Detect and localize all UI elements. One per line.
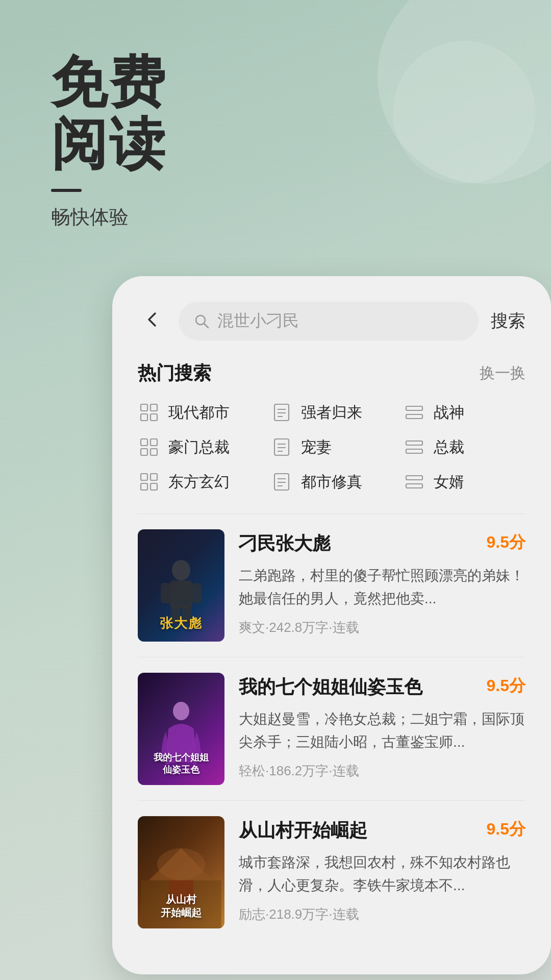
svg-rect-2 bbox=[141, 404, 147, 411]
tag-item-zhanshen[interactable]: 战神 bbox=[403, 401, 525, 424]
book-icon-2 bbox=[270, 436, 293, 458]
svg-rect-10 bbox=[406, 406, 422, 410]
tag-item-haomen[interactable]: 豪门总裁 bbox=[138, 436, 260, 458]
svg-rect-35 bbox=[192, 583, 202, 603]
book-info-3: 从山村开始崛起 9.5分 城市套路深，我想回农村，殊不知农村路也滑，人心更复杂。… bbox=[239, 816, 525, 923]
search-icon bbox=[193, 312, 210, 330]
svg-rect-24 bbox=[141, 483, 147, 490]
book-desc-2: 大姐赵曼雪，冷艳女总裁；二姐宁霜，国际顶尖杀手；三姐陆小昭，古董鉴宝师... bbox=[239, 708, 525, 754]
hero-section: 免费 阅读 畅快体验 bbox=[0, 0, 551, 261]
svg-rect-3 bbox=[151, 404, 157, 411]
book-title-1: 刁民张大彪 bbox=[239, 531, 331, 556]
book-title-row-3: 从山村开始崛起 9.5分 bbox=[239, 818, 525, 843]
tag-item-dongfang[interactable]: 东方玄幻 bbox=[138, 471, 260, 493]
book-cover-text-3: 从山村开始崛起 bbox=[138, 889, 224, 923]
svg-rect-12 bbox=[141, 439, 147, 446]
list-icon-3 bbox=[403, 471, 425, 493]
search-input-wrap[interactable]: 混世小刁民 bbox=[179, 302, 479, 340]
tag-label: 强者归来 bbox=[301, 402, 362, 423]
tag-item-qiangzhe[interactable]: 强者归来 bbox=[270, 401, 393, 424]
tag-label: 东方玄幻 bbox=[168, 472, 230, 493]
svg-rect-34 bbox=[161, 583, 170, 603]
book-meta-1: 爽文·242.8万字·连载 bbox=[239, 619, 525, 636]
book-cover-text-1: 张大彪 bbox=[138, 610, 224, 636]
svg-rect-33 bbox=[170, 580, 192, 608]
svg-point-42 bbox=[157, 848, 205, 880]
search-bar-row: 混世小刁民 搜索 bbox=[138, 302, 525, 340]
back-button[interactable] bbox=[138, 309, 166, 333]
hot-search-title: 热门搜索 bbox=[138, 361, 211, 386]
phone-card: 混世小刁民 搜索 热门搜索 换一换 现代都市 bbox=[112, 276, 551, 974]
phone-card-container: 混世小刁民 搜索 热门搜索 换一换 现代都市 bbox=[112, 276, 551, 974]
book-item-2[interactable]: 我的七个姐姐仙姿玉色 我的七个姐姐仙姿玉色 9.5分 大姐赵曼雪，冷艳女总裁；二… bbox=[138, 657, 525, 800]
svg-rect-30 bbox=[406, 476, 422, 480]
tag-label: 都市修真 bbox=[301, 472, 362, 493]
book-desc-3: 城市套路深，我想回农村，殊不知农村路也滑，人心更复杂。李铁牛家境本不... bbox=[239, 851, 525, 897]
book-desc-1: 二弟跑路，村里的傻子帮忙照顾漂亮的弟妹！她最信任的男人，竟然把他卖... bbox=[239, 565, 525, 610]
svg-rect-31 bbox=[406, 484, 422, 488]
svg-point-32 bbox=[172, 560, 190, 580]
search-placeholder-text: 混世小刁民 bbox=[217, 310, 299, 332]
list-icon-1 bbox=[403, 401, 425, 424]
svg-rect-11 bbox=[406, 414, 422, 419]
svg-line-1 bbox=[204, 324, 208, 328]
tag-label: 现代都市 bbox=[168, 402, 230, 423]
book-title-row-1: 刁民张大彪 9.5分 bbox=[239, 531, 525, 556]
book-cover-3: 从山村开始崛起 bbox=[138, 816, 224, 928]
tag-item-zongcai[interactable]: 总裁 bbox=[403, 436, 525, 458]
refresh-tags-button[interactable]: 换一换 bbox=[480, 363, 525, 384]
book-score-1: 9.5分 bbox=[487, 531, 525, 554]
book-title-row-2: 我的七个姐姐仙姿玉色 9.5分 bbox=[239, 675, 525, 700]
svg-rect-20 bbox=[406, 441, 422, 445]
tag-item-xiandaidu[interactable]: 现代都市 bbox=[138, 401, 260, 424]
hot-search-header: 热门搜索 换一换 bbox=[138, 361, 525, 386]
book-meta-3: 励志·218.9万字·连载 bbox=[239, 905, 525, 923]
book-info-2: 我的七个姐姐仙姿玉色 9.5分 大姐赵曼雪，冷艳女总裁；二姐宁霜，国际顶尖杀手；… bbox=[239, 673, 525, 780]
svg-rect-25 bbox=[151, 483, 157, 490]
svg-rect-22 bbox=[141, 474, 147, 480]
book-icon-3 bbox=[270, 471, 293, 493]
tag-item-nuxu[interactable]: 女婿 bbox=[403, 471, 525, 493]
svg-rect-13 bbox=[151, 439, 157, 446]
book-cover-text-2: 我的七个姐姐仙姿玉色 bbox=[138, 748, 224, 780]
svg-point-38 bbox=[173, 702, 189, 720]
grid-icon-2 bbox=[138, 436, 160, 458]
svg-rect-4 bbox=[141, 414, 147, 421]
book-title-2: 我的七个姐姐仙姿玉色 bbox=[239, 675, 422, 700]
svg-rect-21 bbox=[406, 449, 422, 453]
tag-label: 女婿 bbox=[434, 472, 464, 493]
grid-icon-1 bbox=[138, 401, 160, 424]
svg-rect-14 bbox=[141, 449, 147, 455]
book-item-1[interactable]: 张大彪 刁民张大彪 9.5分 二弟跑路，村里的傻子帮忙照顾漂亮的弟妹！她最信任的… bbox=[138, 513, 525, 657]
tag-item-chongqi[interactable]: 宠妻 bbox=[270, 436, 393, 458]
tag-label: 宠妻 bbox=[301, 437, 332, 458]
tags-grid: 现代都市 强者归来 bbox=[138, 401, 525, 493]
svg-rect-5 bbox=[151, 414, 157, 421]
svg-rect-15 bbox=[151, 449, 157, 455]
hero-subtitle: 畅快体验 bbox=[51, 204, 551, 230]
book-cover-1: 张大彪 bbox=[138, 529, 224, 642]
book-item-3[interactable]: 从山村开始崛起 从山村开始崛起 9.5分 城市套路深，我想回农村，殊不知农村路也… bbox=[138, 800, 525, 944]
book-list: 张大彪 刁民张大彪 9.5分 二弟跑路，村里的傻子帮忙照顾漂亮的弟妹！她最信任的… bbox=[138, 513, 525, 944]
book-icon-1 bbox=[270, 401, 293, 424]
book-cover-2: 我的七个姐姐仙姿玉色 bbox=[138, 673, 224, 785]
book-meta-2: 轻松·186.2万字·连载 bbox=[239, 762, 525, 780]
book-score-3: 9.5分 bbox=[487, 818, 525, 841]
book-title-3: 从山村开始崛起 bbox=[239, 818, 367, 843]
book-score-2: 9.5分 bbox=[487, 675, 525, 697]
search-button[interactable]: 搜索 bbox=[491, 309, 525, 333]
tag-label: 战神 bbox=[434, 402, 464, 423]
hero-divider bbox=[51, 189, 82, 192]
book-info-1: 刁民张大彪 9.5分 二弟跑路，村里的傻子帮忙照顾漂亮的弟妹！她最信任的男人，竟… bbox=[239, 529, 525, 636]
list-icon-2 bbox=[403, 436, 425, 458]
tag-label: 总裁 bbox=[434, 437, 464, 458]
tag-item-dushi[interactable]: 都市修真 bbox=[270, 471, 393, 493]
hero-title: 免费 阅读 bbox=[51, 51, 551, 175]
svg-rect-23 bbox=[151, 474, 157, 480]
tag-label: 豪门总裁 bbox=[168, 437, 230, 458]
grid-icon-3 bbox=[138, 471, 160, 493]
